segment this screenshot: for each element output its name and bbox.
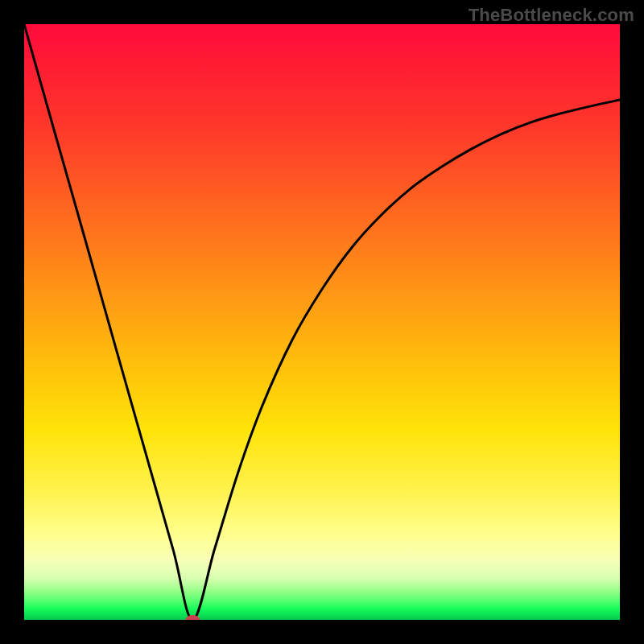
watermark-text: TheBottleneck.com [469, 5, 634, 26]
plot-area [24, 24, 620, 620]
chart-frame: TheBottleneck.com [0, 0, 644, 644]
